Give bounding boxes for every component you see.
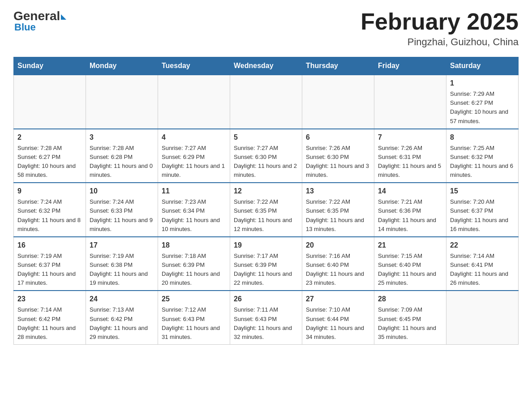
calendar-week-row: 2Sunrise: 7:28 AMSunset: 6:27 PMDaylight…	[14, 129, 519, 183]
table-row: 8Sunrise: 7:25 AMSunset: 6:32 PMDaylight…	[446, 129, 519, 183]
day-content: Sunrise: 7:14 AMSunset: 6:41 PMDaylight:…	[450, 252, 515, 288]
table-row: 24Sunrise: 7:13 AMSunset: 6:42 PMDayligh…	[86, 291, 158, 344]
day-content: Sunrise: 7:20 AMSunset: 6:37 PMDaylight:…	[450, 197, 515, 234]
day-content: Sunrise: 7:28 AMSunset: 6:28 PMDaylight:…	[90, 144, 154, 180]
day-number: 15	[450, 186, 515, 197]
day-number: 6	[306, 132, 370, 143]
day-number: 25	[162, 294, 226, 304]
calendar-header-row: Sunday Monday Tuesday Wednesday Thursday…	[14, 57, 519, 75]
day-number: 11	[162, 186, 226, 197]
calendar-week-row: 9Sunrise: 7:24 AMSunset: 6:32 PMDaylight…	[14, 183, 519, 237]
table-row: 2Sunrise: 7:28 AMSunset: 6:27 PMDaylight…	[14, 129, 86, 183]
day-content: Sunrise: 7:27 AMSunset: 6:29 PMDaylight:…	[162, 144, 226, 180]
logo: General Blue	[13, 9, 66, 33]
col-saturday: Saturday	[446, 57, 519, 75]
day-number: 7	[378, 132, 442, 143]
calendar-week-row: 16Sunrise: 7:19 AMSunset: 6:37 PMDayligh…	[14, 237, 519, 291]
day-number: 12	[234, 186, 298, 197]
table-row	[446, 291, 519, 344]
col-sunday: Sunday	[14, 57, 86, 75]
title-section: February 2025 Pingzhai, Guizhou, China	[360, 9, 519, 48]
day-number: 21	[378, 240, 442, 251]
day-content: Sunrise: 7:26 AMSunset: 6:30 PMDaylight:…	[306, 144, 370, 180]
table-row	[374, 75, 446, 129]
col-thursday: Thursday	[302, 57, 374, 75]
day-content: Sunrise: 7:28 AMSunset: 6:27 PMDaylight:…	[17, 144, 82, 180]
col-friday: Friday	[374, 57, 446, 75]
day-number: 1	[450, 78, 515, 89]
table-row: 12Sunrise: 7:22 AMSunset: 6:35 PMDayligh…	[230, 183, 302, 237]
table-row: 10Sunrise: 7:24 AMSunset: 6:33 PMDayligh…	[86, 183, 158, 237]
table-row: 20Sunrise: 7:16 AMSunset: 6:40 PMDayligh…	[302, 237, 374, 291]
day-content: Sunrise: 7:10 AMSunset: 6:44 PMDaylight:…	[306, 305, 370, 342]
logo-blue-text: Blue	[14, 21, 66, 33]
day-content: Sunrise: 7:27 AMSunset: 6:30 PMDaylight:…	[234, 144, 298, 180]
day-content: Sunrise: 7:14 AMSunset: 6:42 PMDaylight:…	[17, 305, 82, 342]
table-row: 4Sunrise: 7:27 AMSunset: 6:29 PMDaylight…	[158, 129, 230, 183]
day-content: Sunrise: 7:22 AMSunset: 6:35 PMDaylight:…	[234, 197, 298, 234]
table-row: 5Sunrise: 7:27 AMSunset: 6:30 PMDaylight…	[230, 129, 302, 183]
day-number: 2	[17, 132, 82, 143]
table-row: 11Sunrise: 7:23 AMSunset: 6:34 PMDayligh…	[158, 183, 230, 237]
table-row: 16Sunrise: 7:19 AMSunset: 6:37 PMDayligh…	[14, 237, 86, 291]
day-number: 22	[450, 240, 515, 251]
day-number: 4	[162, 132, 226, 143]
table-row: 7Sunrise: 7:26 AMSunset: 6:31 PMDaylight…	[374, 129, 446, 183]
day-content: Sunrise: 7:15 AMSunset: 6:40 PMDaylight:…	[378, 252, 442, 288]
col-tuesday: Tuesday	[158, 57, 230, 75]
day-content: Sunrise: 7:13 AMSunset: 6:42 PMDaylight:…	[90, 305, 154, 342]
table-row: 17Sunrise: 7:19 AMSunset: 6:38 PMDayligh…	[86, 237, 158, 291]
calendar-week-row: 1Sunrise: 7:29 AMSunset: 6:27 PMDaylight…	[14, 75, 519, 129]
col-wednesday: Wednesday	[230, 57, 302, 75]
table-row: 21Sunrise: 7:15 AMSunset: 6:40 PMDayligh…	[374, 237, 446, 291]
table-row: 23Sunrise: 7:14 AMSunset: 6:42 PMDayligh…	[14, 291, 86, 344]
day-number: 20	[306, 240, 370, 251]
day-number: 24	[90, 294, 154, 304]
table-row	[158, 75, 230, 129]
day-content: Sunrise: 7:12 AMSunset: 6:43 PMDaylight:…	[162, 305, 226, 342]
calendar-week-row: 23Sunrise: 7:14 AMSunset: 6:42 PMDayligh…	[14, 291, 519, 344]
day-number: 17	[90, 240, 154, 251]
day-content: Sunrise: 7:25 AMSunset: 6:32 PMDaylight:…	[450, 144, 515, 180]
day-content: Sunrise: 7:21 AMSunset: 6:36 PMDaylight:…	[378, 197, 442, 234]
day-number: 9	[17, 186, 82, 197]
col-monday: Monday	[86, 57, 158, 75]
day-content: Sunrise: 7:24 AMSunset: 6:33 PMDaylight:…	[90, 197, 154, 234]
table-row: 13Sunrise: 7:22 AMSunset: 6:35 PMDayligh…	[302, 183, 374, 237]
table-row: 25Sunrise: 7:12 AMSunset: 6:43 PMDayligh…	[158, 291, 230, 344]
table-row	[302, 75, 374, 129]
table-row: 1Sunrise: 7:29 AMSunset: 6:27 PMDaylight…	[446, 75, 519, 129]
table-row: 26Sunrise: 7:11 AMSunset: 6:43 PMDayligh…	[230, 291, 302, 344]
day-number: 8	[450, 132, 515, 143]
day-number: 28	[378, 294, 442, 304]
day-number: 13	[306, 186, 370, 197]
day-number: 16	[17, 240, 82, 251]
calendar-table: Sunday Monday Tuesday Wednesday Thursday…	[13, 57, 519, 345]
day-content: Sunrise: 7:11 AMSunset: 6:43 PMDaylight:…	[234, 305, 298, 342]
day-number: 18	[162, 240, 226, 251]
day-content: Sunrise: 7:19 AMSunset: 6:38 PMDaylight:…	[90, 252, 154, 288]
day-content: Sunrise: 7:18 AMSunset: 6:39 PMDaylight:…	[162, 252, 226, 288]
table-row: 28Sunrise: 7:09 AMSunset: 6:45 PMDayligh…	[374, 291, 446, 344]
logo-triangle-icon	[61, 14, 66, 20]
table-row	[86, 75, 158, 129]
table-row: 15Sunrise: 7:20 AMSunset: 6:37 PMDayligh…	[446, 183, 519, 237]
table-row: 6Sunrise: 7:26 AMSunset: 6:30 PMDaylight…	[302, 129, 374, 183]
table-row: 3Sunrise: 7:28 AMSunset: 6:28 PMDaylight…	[86, 129, 158, 183]
table-row: 9Sunrise: 7:24 AMSunset: 6:32 PMDaylight…	[14, 183, 86, 237]
day-content: Sunrise: 7:16 AMSunset: 6:40 PMDaylight:…	[306, 252, 370, 288]
location-label: Pingzhai, Guizhou, China	[360, 36, 519, 48]
day-content: Sunrise: 7:29 AMSunset: 6:27 PMDaylight:…	[450, 90, 515, 126]
table-row: 18Sunrise: 7:18 AMSunset: 6:39 PMDayligh…	[158, 237, 230, 291]
day-number: 3	[90, 132, 154, 143]
page-header: General Blue February 2025 Pingzhai, Gui…	[13, 9, 519, 48]
table-row: 14Sunrise: 7:21 AMSunset: 6:36 PMDayligh…	[374, 183, 446, 237]
day-number: 5	[234, 132, 298, 143]
table-row: 19Sunrise: 7:17 AMSunset: 6:39 PMDayligh…	[230, 237, 302, 291]
day-number: 26	[234, 294, 298, 304]
day-content: Sunrise: 7:22 AMSunset: 6:35 PMDaylight:…	[306, 197, 370, 234]
month-title: February 2025	[360, 9, 519, 34]
day-content: Sunrise: 7:24 AMSunset: 6:32 PMDaylight:…	[17, 197, 82, 234]
day-content: Sunrise: 7:23 AMSunset: 6:34 PMDaylight:…	[162, 197, 226, 234]
day-number: 19	[234, 240, 298, 251]
